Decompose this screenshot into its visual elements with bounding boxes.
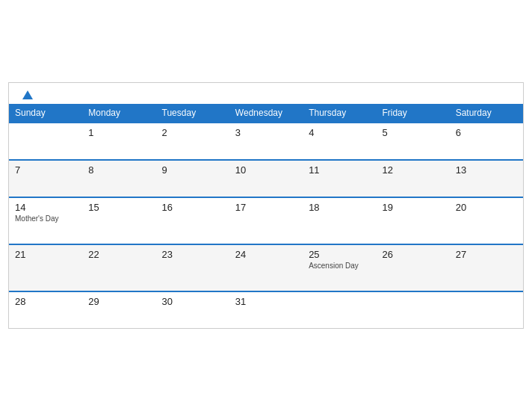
calendar-cell [303, 291, 376, 328]
calendar-cell: 18 [303, 197, 376, 244]
calendar-header [9, 83, 523, 104]
day-number: 4 [309, 127, 370, 138]
day-number: 3 [235, 127, 297, 138]
calendar-cell: 17 [229, 197, 303, 244]
calendar-cell: 16 [156, 197, 229, 244]
weekday-header-friday: Friday [376, 104, 449, 123]
day-event: Ascension Day [309, 262, 370, 270]
calendar-cell: 15 [82, 197, 155, 244]
day-number: 15 [88, 202, 149, 213]
day-number: 12 [382, 164, 443, 176]
calendar-cell: 7 [9, 160, 82, 197]
calendar-cell: 1 [82, 123, 155, 160]
day-number: 13 [456, 164, 517, 176]
calendar-cell: 29 [82, 291, 155, 328]
calendar-cell: 25Ascension Day [303, 244, 376, 291]
calendar-cell [450, 291, 523, 328]
calendar-container: SundayMondayTuesdayWednesdayThursdayFrid… [8, 82, 524, 329]
day-number: 18 [309, 202, 370, 213]
weekday-header-wednesday: Wednesday [229, 104, 303, 123]
calendar-cell: 12 [376, 160, 449, 197]
calendar-cell: 10 [229, 160, 303, 197]
calendar-cell: 2 [156, 123, 229, 160]
day-number: 19 [382, 202, 443, 213]
weekday-header-row: SundayMondayTuesdayWednesdayThursdayFrid… [9, 104, 523, 123]
calendar-cell: 6 [450, 123, 523, 160]
calendar-cell: 28 [9, 291, 82, 328]
calendar-cell: 22 [82, 244, 155, 291]
day-number: 10 [235, 164, 297, 176]
calendar-cell: 20 [450, 197, 523, 244]
week-row-1: 78910111213 [9, 160, 523, 197]
calendar-cell: 30 [156, 291, 229, 328]
day-number: 29 [88, 296, 149, 307]
day-number: 27 [456, 249, 517, 260]
calendar-cell [9, 123, 82, 160]
calendar-cell: 27 [450, 244, 523, 291]
weekday-header-monday: Monday [82, 104, 155, 123]
day-number: 2 [162, 127, 223, 138]
day-number: 25 [309, 249, 370, 260]
weekday-header-tuesday: Tuesday [156, 104, 229, 123]
calendar-cell: 21 [9, 244, 82, 291]
calendar-cell: 8 [82, 160, 155, 197]
day-number: 17 [235, 202, 297, 213]
calendar-grid: SundayMondayTuesdayWednesdayThursdayFrid… [9, 104, 523, 328]
day-number: 7 [15, 164, 76, 176]
calendar-cell: 23 [156, 244, 229, 291]
calendar-cell: 13 [450, 160, 523, 197]
weekday-header-sunday: Sunday [9, 104, 82, 123]
day-number: 28 [15, 296, 76, 307]
day-number: 22 [88, 249, 149, 260]
day-number: 9 [162, 164, 223, 176]
day-number: 16 [162, 202, 223, 213]
day-number: 11 [309, 164, 370, 176]
day-number: 26 [382, 249, 443, 260]
logo-triangle-icon [22, 90, 33, 99]
calendar-cell: 14Mother's Day [9, 197, 82, 244]
calendar-cell: 24 [229, 244, 303, 291]
day-number: 30 [162, 296, 223, 307]
day-number: 1 [88, 127, 149, 138]
day-number: 14 [15, 202, 76, 213]
calendar-cell: 4 [303, 123, 376, 160]
day-number: 6 [456, 127, 517, 138]
weekday-header-saturday: Saturday [450, 104, 523, 123]
day-number: 8 [88, 164, 149, 176]
day-number: 24 [235, 249, 297, 260]
day-number: 31 [235, 296, 297, 307]
calendar-cell [376, 291, 449, 328]
calendar-cell: 9 [156, 160, 229, 197]
day-number: 5 [382, 127, 443, 138]
day-number: 23 [162, 249, 223, 260]
weekday-header-thursday: Thursday [303, 104, 376, 123]
calendar-cell: 31 [229, 291, 303, 328]
day-event: Mother's Day [15, 214, 76, 223]
week-row-4: 28293031 [9, 291, 523, 328]
calendar-cell: 11 [303, 160, 376, 197]
calendar-cell: 19 [376, 197, 449, 244]
day-number: 21 [15, 249, 76, 260]
week-row-2: 14Mother's Day151617181920 [9, 197, 523, 244]
calendar-cell: 5 [376, 123, 449, 160]
logo [21, 90, 33, 99]
week-row-3: 2122232425Ascension Day2627 [9, 244, 523, 291]
calendar-cell: 26 [376, 244, 449, 291]
day-number: 20 [456, 202, 517, 213]
week-row-0: 123456 [9, 123, 523, 160]
calendar-cell: 3 [229, 123, 303, 160]
